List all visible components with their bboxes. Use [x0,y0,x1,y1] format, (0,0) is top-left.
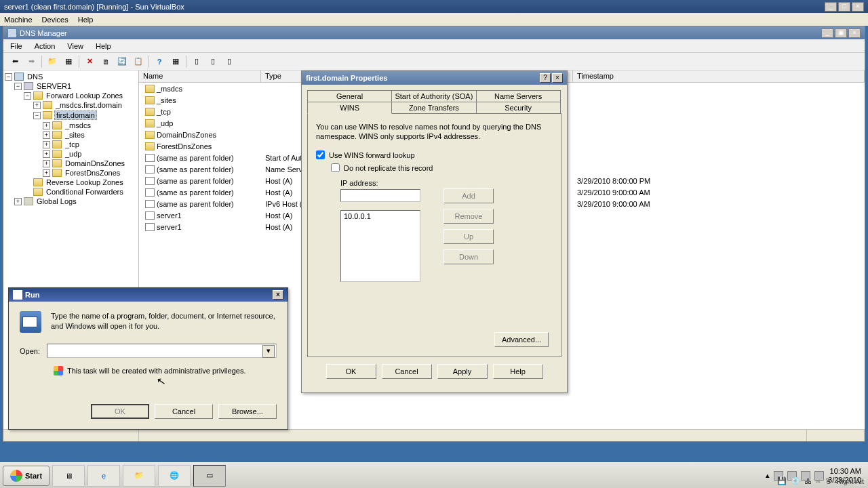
col-name[interactable]: Name [139,70,261,82]
use-wins-input[interactable] [316,150,325,159]
forward-button[interactable]: ➡ [24,54,39,69]
ip-address-list[interactable]: 10.0.0.1 [340,210,420,282]
delete-button[interactable]: ✕ [82,54,97,69]
tree-expand-icon[interactable]: + [43,160,50,167]
tree-collapse-icon[interactable]: − [14,83,22,90]
new-button[interactable]: 📋 [131,54,146,69]
tab-general[interactable]: General [307,90,392,102]
minimize-button[interactable]: _ [825,2,837,12]
no-replicate-input[interactable] [331,163,340,172]
tree-flz[interactable]: Forward Lookup Zones [45,92,124,100]
tab-soa[interactable]: Start of Authority (SOA) [391,90,476,102]
properties-button[interactable]: ▦ [61,54,76,69]
tree-sub[interactable]: DomainDnsZones [64,159,126,167]
taskbar-item-server[interactable]: 🖥 [52,465,85,487]
tree-rlz[interactable]: Reverse Lookup Zones [45,178,125,186]
no-replicate-checkbox[interactable]: Do not replicate this record [331,163,553,172]
toolbar-btn-c[interactable]: ▯ [205,54,220,69]
close-button[interactable]: × [273,290,283,300]
use-wins-checkbox[interactable]: Use WINS forward lookup [316,150,553,159]
cancel-button[interactable]: Cancel [382,364,432,379]
toolbar-btn-b[interactable]: ▯ [189,54,204,69]
menu-action[interactable]: Action [35,42,56,50]
tray-expand-icon[interactable]: ▴ [766,471,770,480]
help-button[interactable]: Help [493,364,543,379]
back-button[interactable]: ⬅ [7,54,22,69]
help-button[interactable]: ? [152,54,167,69]
close-button[interactable]: × [552,73,563,83]
cancel-button[interactable]: Cancel [155,404,213,419]
close-button[interactable]: × [852,2,864,12]
tree-server[interactable]: SERVER1 [35,82,73,90]
advanced-button[interactable]: Advanced... [494,332,549,347]
run-titlebar[interactable]: Run × [9,288,288,302]
menu-help[interactable]: Help [78,16,94,24]
tree-expand-icon[interactable]: + [43,131,50,139]
ip-list-item[interactable]: 10.0.0.1 [342,212,418,220]
menu-machine[interactable]: Machine [4,16,33,24]
tree-collapse-icon[interactable]: − [5,73,12,81]
vbox-title-text: server1 (clean first.domain) [Running] -… [4,3,823,11]
tree-msdcs[interactable]: _msdcs.first.domain [54,101,123,109]
tree-dns[interactable]: DNS [26,73,44,81]
tree-expand-icon[interactable]: + [43,141,50,148]
tab-ns[interactable]: Name Servers [476,90,561,102]
ip-address-label: IP address: [340,179,553,187]
tree-expand-icon[interactable]: + [43,122,50,129]
dns-maximize-button[interactable]: ▣ [835,28,847,38]
dns-minimize-button[interactable]: _ [821,28,833,38]
ok-button[interactable]: OK [326,364,376,379]
tree-sub[interactable]: _udp [64,150,83,158]
tree-cf[interactable]: Conditional Forwarders [45,188,125,196]
menu-devices[interactable]: Devices [42,16,68,24]
open-combobox[interactable] [47,344,277,358]
ip-address-input[interactable] [340,189,420,202]
remove-button[interactable]: Remove [443,209,494,224]
tree-expand-icon[interactable]: + [14,198,22,205]
up-button[interactable]: Up [443,229,494,244]
menu-help[interactable]: Help [96,42,111,50]
maximize-button[interactable]: □ [838,2,850,12]
taskbar[interactable]: Start 🖥 e 📁 🌐 ▭ ▴ 10:30 AM 3/29/2010 [0,462,868,488]
dns-close-button[interactable]: × [848,28,861,38]
tree-collapse-icon[interactable]: − [24,92,31,100]
dns-titlebar[interactable]: DNS Manager _ ▣ × [3,26,865,39]
tree-collapse-icon[interactable]: − [33,112,41,119]
col-timestamp[interactable]: Timestamp [573,70,865,82]
apply-button[interactable]: Apply [437,364,488,379]
taskbar-item-explorer[interactable]: 📁 [123,465,155,487]
toolbar-btn-a[interactable]: ▦ [168,54,183,69]
browse-button[interactable]: Browse... [218,404,277,419]
tab-wins[interactable]: WINS [307,102,392,114]
server-icon [24,82,33,90]
properties-titlebar[interactable]: first.domain Properties ? × [302,71,567,85]
tree-expand-icon[interactable]: + [43,169,50,177]
tree-firstdomain[interactable]: first.domain [54,110,97,120]
taskbar-item-ie[interactable]: e [87,465,120,487]
export-button[interactable]: 🔄 [115,54,130,69]
taskbar-item-run[interactable]: ▭ [193,465,226,487]
menu-file[interactable]: File [10,42,22,50]
ok-button[interactable]: OK [91,404,149,419]
tree-sub[interactable]: _tcp [64,140,81,148]
help-button[interactable]: ? [540,73,551,83]
toolbar-btn-d[interactable]: ▯ [222,54,237,69]
taskbar-item-dns[interactable]: 🌐 [158,465,191,487]
dns-toolbar: ⬅ ➡ 📁 ▦ ✕ 🗎 🔄 📋 ? ▦ ▯ ▯ ▯ [3,53,865,70]
menu-view[interactable]: View [67,42,83,50]
up-button[interactable]: 📁 [45,54,60,69]
start-button[interactable]: Start [3,466,50,486]
tab-zone-transfers[interactable]: Zone Transfers [391,102,476,113]
tree-expand-icon[interactable]: + [43,150,50,158]
tree-sub[interactable]: ForestDnsZones [64,169,121,177]
vbox-cd-icon: 💿 [791,476,800,485]
tree-expand-icon[interactable]: + [33,102,41,109]
down-button[interactable]: Down [443,249,494,264]
tree-gl[interactable]: Global Logs [35,197,78,205]
run-dialog: Run × Type the name of a program, folder… [8,287,288,430]
refresh-button[interactable]: 🗎 [98,54,113,69]
tree-sub[interactable]: _sites [64,131,86,139]
tab-security[interactable]: Security [476,102,561,113]
tree-sub[interactable]: _msdcs [64,121,92,129]
add-button[interactable]: Add [443,188,494,203]
